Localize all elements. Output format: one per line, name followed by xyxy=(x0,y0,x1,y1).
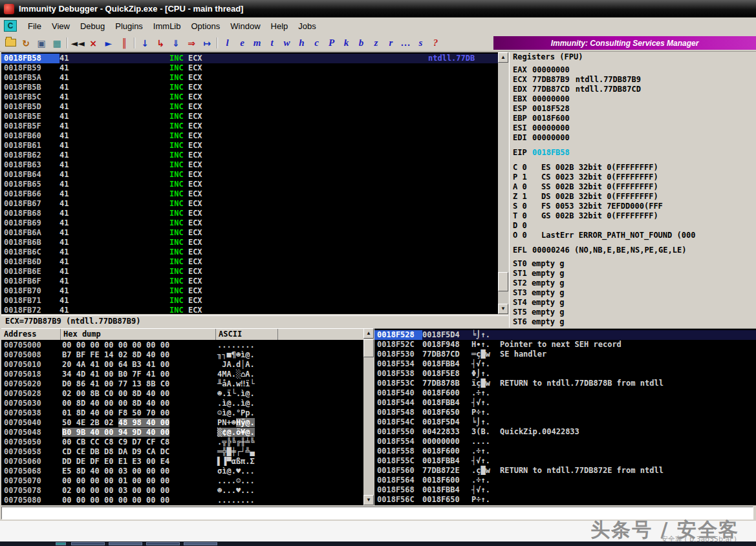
taskbar-item[interactable] xyxy=(71,542,105,545)
fpu-row[interactable]: ST3 empty g xyxy=(510,288,756,298)
flag-row[interactable]: O 0LastErr ERROR_PATH_NOT_FOUND (000 xyxy=(510,231,756,240)
register-row[interactable]: ESI00000000 xyxy=(510,123,756,133)
register-row[interactable]: ESP0018F528 xyxy=(510,104,756,114)
stack-row[interactable]: 0018F5640018F600.÷↑. xyxy=(374,476,756,485)
dump-row[interactable]: 0070504050 4E 2B 02 48 98 40 00PN+☻Hÿ@. xyxy=(1,418,363,428)
open-file-icon[interactable] xyxy=(3,36,18,50)
register-row[interactable]: ECX77DB87B9ntdll.77DB87B9 xyxy=(510,75,756,85)
stack-row[interactable]: 0018F55C0018FBB4┤√↑. xyxy=(374,456,756,466)
toolbar-letter-dots[interactable]: … xyxy=(398,36,413,50)
disasm-row[interactable]: 0018FB6C41INC ECX xyxy=(1,247,498,257)
fpu-row[interactable]: ST6 empty g xyxy=(510,317,756,327)
step-into-icon[interactable]: ↓ xyxy=(137,36,153,50)
stack-row[interactable]: 0018F56C0018F650P÷↑. xyxy=(374,495,756,505)
toolbar-letter-l[interactable]: l xyxy=(220,36,235,50)
scroll-down-icon[interactable]: ▼ xyxy=(363,495,374,505)
restart-icon[interactable]: ↻ xyxy=(18,36,34,50)
disasm-row[interactable]: 0018FB6241INC ECX xyxy=(1,151,498,160)
disasm-row[interactable]: 0018FB6441INC ECX xyxy=(1,170,498,180)
dump-row[interactable]: 00705058CD CE DB D8 DA D9 CA DC═╬█╪┌┘╩▄ xyxy=(1,447,363,457)
dump-row[interactable]: 0070505000 CB CC C8 C9 D7 CF C8.╦╠╚╔╫╧╚ xyxy=(1,437,363,447)
toolbar-letter-m[interactable]: m xyxy=(250,36,265,50)
memory-dump-panel[interactable]: 0070500000 00 00 00 00 00 00 00........0… xyxy=(1,340,363,505)
trace-into-icon[interactable]: ⇓ xyxy=(168,36,184,50)
window-icon[interactable]: ▣ xyxy=(34,36,49,50)
disasm-row[interactable]: 0018FB6141INC ECX xyxy=(1,141,498,151)
dump-row[interactable]: 0070500000 00 00 00 00 00 00 00........ xyxy=(1,341,363,350)
stack-row[interactable]: 0018F5680018FBB4┤√↑. xyxy=(374,485,756,495)
toolbar-letter-t[interactable]: t xyxy=(265,36,279,50)
disasm-row[interactable]: 0018FB6541INC ECX xyxy=(1,180,498,189)
stack-row[interactable]: 0018F550004228333(B.QuickZip.00422833 xyxy=(374,427,756,437)
fpu-row[interactable]: ST2 empty g xyxy=(510,278,756,288)
title-bar[interactable]: Immunity Debugger - QuickZip.exe - [CPU … xyxy=(0,0,756,17)
kill-icon[interactable]: × xyxy=(85,36,101,50)
stack-row[interactable]: 0018F54C0018F5D4╘⌡↑. xyxy=(374,417,756,427)
disassembly-scrollbar[interactable]: ▲ ▼ xyxy=(498,52,508,314)
toolbar-letter-c[interactable]: c xyxy=(309,36,324,50)
dump-row[interactable]: 0070507000 00 00 00 01 00 00 00....☺... xyxy=(1,476,363,486)
toolbar-letter-z[interactable]: z xyxy=(369,36,383,50)
menu-item-options[interactable]: Options xyxy=(186,19,225,34)
pause-icon[interactable]: ║ xyxy=(116,36,132,50)
disasm-row[interactable]: 0018FB6B41INC ECX xyxy=(1,238,498,247)
toolbar-letter-P[interactable]: P xyxy=(324,36,339,50)
flag-row[interactable]: A 0SS 002B 32bit 0(FFFFFFFF) xyxy=(510,182,756,192)
mdi-child-icon[interactable]: C xyxy=(4,20,17,32)
disasm-row[interactable]: 0018FB5F41INC ECX xyxy=(1,121,498,131)
disasm-row[interactable]: 0018FB6F41INC ECX xyxy=(1,277,498,286)
flag-row[interactable]: D 0 xyxy=(510,221,756,231)
menu-item-file[interactable]: File xyxy=(23,19,47,34)
step-back-icon[interactable]: ◄◄ xyxy=(70,36,85,50)
dump-row[interactable]: 00705008B7 BF FE 14 02 8D 40 00╖┐■¶☻ì@. xyxy=(1,350,363,360)
menu-item-help[interactable]: Help xyxy=(266,19,294,34)
disasm-row[interactable]: 0018FB5C41INC ECX xyxy=(1,92,498,102)
run-icon[interactable]: ► xyxy=(101,36,116,50)
disasm-row[interactable]: 0018FB5A41INC ECX xyxy=(1,73,498,83)
dump-row[interactable]: 0070502802 00 8B C0 00 8D 40 00☻.ï└.ì@. xyxy=(1,389,363,399)
stack-row[interactable]: 0018F5400018F600.÷↑. xyxy=(374,388,756,398)
dump-row[interactable]: 00705060DD DE DF E0 E1 E3 00 E4▌▐▀αßπ.Σ xyxy=(1,457,363,467)
eip-row[interactable]: EIP0018FB58 xyxy=(510,148,756,158)
fpu-row[interactable]: ST0 empty g xyxy=(510,259,756,269)
disasm-row[interactable]: 0018FB6D41INC ECX xyxy=(1,257,498,267)
flag-row[interactable]: P 1CS 0023 32bit 0(FFFFFFFF) xyxy=(510,173,756,182)
register-row[interactable]: EDX77DB87CDntdll.77DB87CD xyxy=(510,85,756,94)
disasm-row[interactable]: 0018FB5E41INC ECX xyxy=(1,112,498,121)
menu-item-immlib[interactable]: ImmLib xyxy=(148,19,186,34)
stack-row[interactable]: 0018F56077DB872E.ç█wRETURN to ntdll.77DB… xyxy=(374,466,756,476)
stack-panel[interactable]: 0018F5280018F5D4╘⌡↑.0018F52C0018F948H∙↑.… xyxy=(374,328,756,505)
taskbar-item[interactable] xyxy=(109,542,142,545)
stack-row[interactable]: 0018F55400000000.... xyxy=(374,437,756,446)
toolbar-letter-b[interactable]: b xyxy=(354,36,369,50)
toolbar-letter-k[interactable]: k xyxy=(339,36,354,50)
dump-row[interactable]: 0070501020 4A 41 00 64 B3 41 00 JA.d│A. xyxy=(1,360,363,370)
stack-row[interactable]: 0018F52C0018F948H∙↑.Pointer to next SEH … xyxy=(374,340,756,350)
disasm-row[interactable]: 0018FB6941INC ECX xyxy=(1,218,498,228)
flag-row[interactable]: T 0GS 002B 32bit 0(FFFFFFFF) xyxy=(510,211,756,221)
toolbar-letter-help[interactable]: ? xyxy=(428,36,443,50)
disasm-row[interactable]: 0018FB6841INC ECX xyxy=(1,209,498,218)
disasm-row[interactable]: 0018FB6E41INC ECX xyxy=(1,267,498,277)
disasm-row[interactable]: 0018FB5D41INC ECX xyxy=(1,102,498,112)
step-over-icon[interactable]: ↳ xyxy=(153,36,168,50)
disasm-row[interactable]: 0018FB5B41INC ECX xyxy=(1,83,498,92)
toolbar-letter-r[interactable]: r xyxy=(383,36,398,50)
stack-row[interactable]: 0018F53077DB87CD═ç█wSE handler xyxy=(374,350,756,359)
disassembly-panel[interactable]: 0018FB5841INC ECXntdll.77DB0018FB5941INC… xyxy=(1,52,498,314)
stack-row[interactable]: 0018F5440018FBB4┤√↑. xyxy=(374,398,756,408)
efl-row[interactable]: EFL00000246 (NO,NB,E,BE,NS,PE,GE,LE) xyxy=(510,246,756,255)
disasm-row[interactable]: 0018FB7241INC ECX xyxy=(1,306,498,314)
dump-row[interactable]: 0070507802 00 00 00 03 00 00 00☻...♥... xyxy=(1,486,363,496)
register-row[interactable]: EDI00000000 xyxy=(510,133,756,143)
dump-row[interactable]: 0070508000 00 00 00 00 00 00 00........ xyxy=(1,496,363,505)
stack-row[interactable]: 0018F5480018F650P÷↑. xyxy=(374,408,756,417)
register-row[interactable]: EBP0018F600 xyxy=(510,114,756,123)
taskbar-item[interactable] xyxy=(56,542,66,545)
menu-item-plugins[interactable]: Plugins xyxy=(110,19,148,34)
stack-row[interactable]: 0018F5340018FBB4┤√↑. xyxy=(374,359,756,369)
run-to-return-icon[interactable]: ↦ xyxy=(199,36,215,50)
scroll-down-icon[interactable]: ▼ xyxy=(498,304,508,314)
menu-item-jobs[interactable]: Jobs xyxy=(293,19,321,34)
toolbar-letter-w[interactable]: w xyxy=(279,36,294,50)
